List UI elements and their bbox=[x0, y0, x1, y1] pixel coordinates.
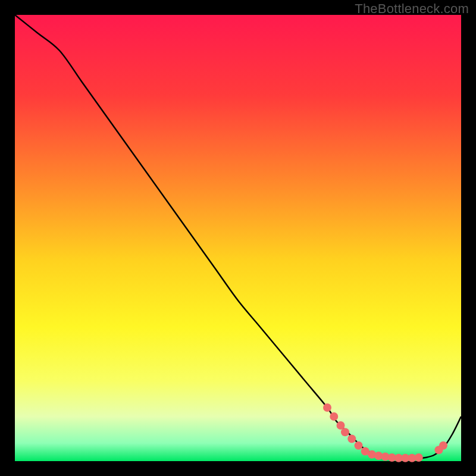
marker-dot bbox=[323, 403, 331, 412]
marker-dot bbox=[439, 441, 447, 450]
bottleneck-chart bbox=[0, 0, 476, 476]
marker-dot bbox=[415, 453, 423, 462]
marker-dot bbox=[347, 435, 356, 443]
marker-dot bbox=[341, 428, 349, 436]
watermark-text: TheBottleneck.com bbox=[355, 1, 469, 17]
chart-frame: { "watermark": "TheBottleneck.com", "cha… bbox=[0, 0, 476, 476]
marker-dot bbox=[355, 441, 363, 450]
marker-dot bbox=[330, 412, 338, 421]
